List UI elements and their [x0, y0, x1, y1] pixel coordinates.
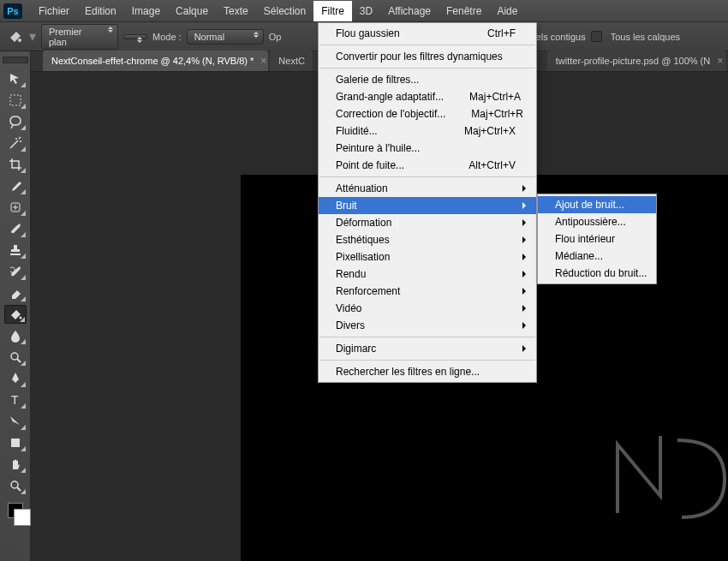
document-tab[interactable]: NextC× — [270, 51, 313, 71]
menu-item-label: Esthétiques — [336, 234, 390, 246]
menu-affichage[interactable]: Affichage — [380, 1, 439, 21]
menu-item[interactable]: Point de fuite...Alt+Ctrl+V — [319, 157, 536, 174]
menu-shortcut: Maj+Ctrl+X — [464, 125, 516, 137]
menu-item[interactable]: Vidéo — [319, 300, 536, 317]
menu-item[interactable]: Esthétiques — [319, 231, 536, 248]
type-tool[interactable]: T — [4, 391, 27, 409]
brush-tool[interactable] — [4, 219, 27, 238]
menu-item-label: Correction de l'objectif... — [336, 108, 445, 120]
all-layers-checkbox[interactable] — [591, 31, 602, 42]
menu-sélection[interactable]: Sélection — [256, 1, 313, 21]
submenu-arrow-icon — [522, 305, 529, 312]
menu-item-label: Grand-angle adaptatif... — [336, 91, 444, 103]
heal-tool[interactable] — [4, 198, 27, 217]
document-tab[interactable]: NextConseil-effet-chrome @ 42,4% (N, RVB… — [43, 51, 268, 71]
tab-close-icon[interactable]: × — [312, 55, 313, 67]
menu-item-label: Atténuation — [336, 182, 388, 194]
foreground-select[interactable]: Premier plan — [41, 24, 118, 50]
submenu-item[interactable]: Réduction du bruit... — [538, 265, 656, 282]
menu-aide[interactable]: Aide — [489, 1, 525, 21]
submenu-item[interactable]: Flou intérieur — [538, 230, 656, 248]
eyedropper-tool[interactable] — [4, 176, 27, 195]
menu-item[interactable]: Renforcement — [319, 283, 536, 300]
menu-item[interactable]: Fluidité...Maj+Ctrl+X — [319, 122, 536, 140]
menu-image[interactable]: Image — [124, 1, 168, 21]
menu-item-label: Pixellisation — [336, 251, 390, 263]
hand-tool[interactable] — [4, 455, 27, 474]
move-tool[interactable] — [4, 69, 27, 88]
tab-label: NextC — [278, 56, 305, 66]
menu-item[interactable]: Pixellisation — [319, 248, 536, 266]
menu-item-label: Vidéo — [336, 302, 361, 314]
pattern-select[interactable] — [123, 34, 147, 39]
submenu-arrow-icon — [522, 254, 529, 260]
svg-point-0 — [18, 39, 21, 42]
submenu-arrow-icon — [522, 345, 529, 352]
submenu-arrow-icon — [522, 288, 529, 295]
canvas-content-logo — [609, 427, 728, 522]
path-tool[interactable] — [4, 412, 27, 431]
submenu-item[interactable]: Médiane... — [538, 248, 656, 265]
pen-tool[interactable] — [4, 369, 27, 388]
dodge-tool[interactable] — [4, 348, 27, 367]
menu-item-label: Rechercher les filtres en ligne... — [336, 366, 480, 378]
marquee-tool[interactable] — [4, 91, 27, 110]
menu-item[interactable]: Atténuation — [319, 180, 536, 197]
submenu-item[interactable]: Antipoussière... — [538, 213, 656, 230]
menu-item[interactable]: Grand-angle adaptatif...Maj+Ctrl+A — [319, 88, 536, 105]
svg-point-7 — [11, 481, 18, 488]
menu-item-label: Divers — [336, 319, 365, 331]
menu-item[interactable]: Rechercher les filtres en ligne... — [319, 363, 536, 380]
toolbar-collapse-icon[interactable] — [3, 57, 28, 63]
svg-rect-1 — [10, 95, 21, 105]
bruit-submenu: Ajout de bruit...Antipoussière...Flou in… — [537, 194, 657, 284]
menu-calque[interactable]: Calque — [168, 1, 216, 21]
submenu-item-label: Réduction du bruit... — [555, 267, 647, 279]
menu-item[interactable]: Divers — [319, 317, 536, 334]
menu-item-label: Rendu — [336, 268, 366, 280]
menu-item[interactable]: Galerie de filtres... — [319, 71, 536, 88]
app-logo: Ps — [3, 3, 22, 19]
document-tab[interactable]: twitter-profile-picture.psd @ 100% (N× — [547, 51, 726, 71]
menu-item[interactable]: Peinture à l'huile... — [319, 140, 536, 157]
tab-label: twitter-profile-picture.psd @ 100% (N — [556, 56, 711, 66]
shape-tool[interactable] — [4, 433, 27, 452]
eraser-tool[interactable] — [4, 283, 27, 302]
menu-3d[interactable]: 3D — [352, 1, 380, 21]
color-swatch[interactable] — [8, 503, 23, 518]
menu-filtre[interactable]: Filtre — [313, 1, 352, 21]
menu-item[interactable]: Rendu — [319, 266, 536, 283]
submenu-arrow-icon — [522, 322, 529, 329]
menu-item[interactable]: Digimarc — [319, 340, 536, 357]
submenu-item-label: Médiane... — [555, 250, 603, 262]
menu-fenêtre[interactable]: Fenêtre — [439, 1, 489, 21]
mode-select[interactable]: Normal — [187, 29, 264, 45]
menu-item[interactable]: Bruit — [319, 197, 536, 214]
menu-item-label: Fluidité... — [336, 125, 378, 137]
tab-close-icon[interactable]: × — [260, 55, 266, 67]
submenu-item-label: Flou intérieur — [555, 233, 615, 245]
stamp-tool[interactable] — [4, 241, 27, 260]
menu-item[interactable]: Déformation — [319, 214, 536, 231]
menu-texte[interactable]: Texte — [216, 1, 256, 21]
menu-fichier[interactable]: Fichier — [31, 1, 77, 21]
tab-close-icon[interactable]: × — [717, 55, 723, 67]
menu-shortcut: Ctrl+F — [487, 27, 516, 39]
crop-tool[interactable] — [4, 155, 27, 174]
zoom-tool[interactable] — [4, 476, 27, 495]
wand-tool[interactable] — [4, 134, 27, 152]
menu-item[interactable]: Correction de l'objectif...Maj+Ctrl+R — [319, 105, 536, 122]
menu-item-label: Renforcement — [336, 285, 400, 297]
blur-tool[interactable] — [4, 326, 27, 345]
menu-item[interactable]: Convertir pour les filtres dynamiques — [319, 48, 536, 65]
submenu-item-label: Antipoussière... — [555, 216, 626, 228]
bucket-tool[interactable] — [4, 305, 27, 324]
history-brush-tool[interactable] — [4, 262, 27, 281]
menu-item[interactable]: Flou gaussienCtrl+F — [319, 25, 536, 42]
svg-text:T: T — [11, 393, 19, 407]
menu-edition[interactable]: Edition — [77, 1, 124, 21]
lasso-tool[interactable] — [4, 112, 27, 131]
submenu-item[interactable]: Ajout de bruit... — [538, 196, 656, 213]
opacity-label: Op — [269, 32, 282, 42]
menu-item-label: Convertir pour les filtres dynamiques — [336, 51, 503, 63]
